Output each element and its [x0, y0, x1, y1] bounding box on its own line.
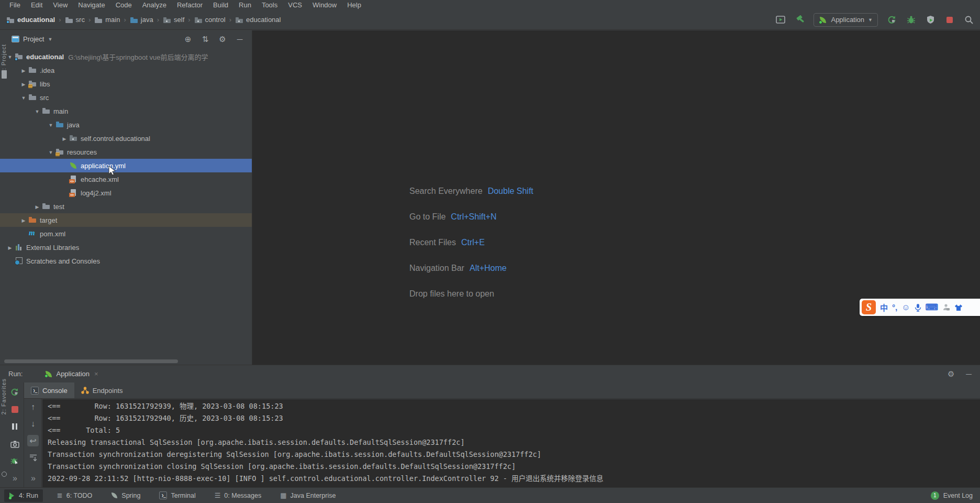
chevron-collapsed-icon[interactable] [19, 81, 28, 87]
menu-window[interactable]: Window [307, 1, 342, 9]
chevron-down-icon[interactable] [48, 37, 52, 42]
tree-item-external-libraries[interactable]: External Libraries [0, 240, 252, 254]
tree-item-libs[interactable]: libs [0, 77, 252, 91]
run-tab-application[interactable]: Application [44, 370, 98, 378]
ime-language-toggle[interactable]: 中 [880, 302, 888, 313]
tree-item-pom-xml[interactable]: pom.xml [0, 227, 252, 240]
menu-file[interactable]: File [4, 1, 26, 9]
sogou-logo-icon[interactable] [862, 300, 876, 314]
close-tab-icon[interactable] [94, 370, 98, 378]
hide-panel-icon[interactable]: ─ [966, 369, 972, 378]
tab-console[interactable]: Console [24, 382, 74, 398]
tree-item-ehcache-xml[interactable]: ehcache.xml [0, 172, 252, 186]
tree-item-resources[interactable]: resources [0, 145, 252, 159]
attach-debugger-icon[interactable] [9, 455, 20, 467]
breadcrumb-item-main[interactable]: main [94, 16, 120, 24]
stop-process-button[interactable] [9, 403, 20, 415]
run-with-coverage-icon[interactable] [925, 14, 936, 26]
tree-item-log4j2-xml[interactable]: log4j2.xml [0, 186, 252, 200]
pause-output-button[interactable] [9, 421, 20, 432]
skin-tshirt-icon[interactable] [954, 304, 963, 311]
menu-navigate[interactable]: Navigate [73, 1, 110, 9]
tool-window-button-project[interactable]: 1: Project [1, 44, 7, 73]
tree-item-scratches[interactable]: Scratches and Consoles [0, 254, 252, 268]
breadcrumb-separator [229, 16, 231, 24]
soft-wrap-toggle[interactable]: ↩ [27, 435, 39, 446]
tree-item-idea[interactable]: .idea [0, 63, 252, 77]
tree-item-test[interactable]: test [0, 200, 252, 213]
rerun-button[interactable] [886, 14, 897, 26]
tool-window-button-favorites[interactable]: 2: Favorites [1, 378, 7, 414]
menu-tools[interactable]: Tools [257, 1, 283, 9]
ime-punctuation-toggle[interactable]: °, [892, 303, 897, 312]
chevron-collapsed-icon[interactable] [19, 217, 28, 223]
chevron-collapsed-icon[interactable] [19, 68, 28, 73]
menu-vcs[interactable]: VCS [283, 1, 307, 9]
hint-recent-files: Recent Files Ctrl+E [409, 229, 533, 255]
tab-endpoints[interactable]: Endpoints [74, 382, 130, 398]
menu-build[interactable]: Build [208, 1, 233, 9]
breadcrumb-item-educational[interactable]: educational [235, 16, 281, 24]
menu-view[interactable]: View [48, 1, 73, 9]
virtual-keyboard-icon[interactable] [926, 302, 939, 313]
breadcrumb-item-src[interactable]: src [65, 16, 85, 24]
chevron-expanded-icon[interactable] [46, 149, 55, 155]
breadcrumb-item-project[interactable]: educational [6, 16, 55, 24]
select-opened-file-icon[interactable]: ⊕ [181, 35, 195, 44]
breadcrumb-item-self[interactable]: self [163, 16, 184, 24]
chevron-expanded-icon[interactable] [19, 95, 28, 101]
tree-item-main[interactable]: main [0, 104, 252, 118]
statusbar-terminal[interactable]: Terminal [154, 489, 200, 502]
chevron-collapsed-icon[interactable] [60, 136, 69, 141]
search-everywhere-icon[interactable] [963, 14, 975, 26]
rerun-application-button[interactable] [9, 386, 20, 398]
project-panel-title[interactable]: Project [23, 35, 44, 43]
more-options-icon[interactable] [27, 473, 39, 484]
scroll-to-end-icon[interactable] [27, 452, 39, 463]
hide-panel-icon[interactable]: ─ [233, 35, 247, 43]
microphone-icon[interactable] [915, 303, 921, 312]
settings-gear-icon[interactable]: ⚙ [216, 35, 229, 44]
statusbar-spring[interactable]: Spring [106, 489, 145, 502]
tree-item-application-yml[interactable]: application.yml [0, 159, 252, 172]
run-panel-header: Run: Application ⚙ ─ [0, 365, 980, 382]
stop-button[interactable] [944, 14, 955, 26]
menu-code[interactable]: Code [110, 1, 137, 9]
horizontal-scrollbar[interactable] [4, 359, 178, 363]
breadcrumb-item-control[interactable]: control [194, 16, 226, 24]
down-stack-trace-icon[interactable]: ↓ [27, 418, 39, 430]
user-wordbank-icon[interactable] [942, 303, 950, 311]
console-output[interactable]: <== Row: 1631521792939, 物理, 2023-03-08 0… [42, 399, 980, 487]
tool-window-icon[interactable] [2, 472, 7, 477]
statusbar-todo[interactable]: ≣ 6: TODO [52, 489, 97, 502]
run-anything-icon[interactable] [775, 14, 786, 26]
menu-run[interactable]: Run [233, 1, 257, 9]
left-tool-window-stripe: 1: Project 2: Favorites [0, 30, 8, 487]
menu-edit[interactable]: Edit [26, 1, 48, 9]
collapse-all-icon[interactable]: ⇅ [198, 35, 212, 44]
chevron-expanded-icon[interactable] [46, 122, 55, 128]
statusbar-messages[interactable]: ☰ 0: Messages [210, 489, 266, 502]
chevron-collapsed-icon[interactable] [32, 204, 42, 210]
menu-analyze[interactable]: Analyze [137, 1, 172, 9]
thread-dump-camera-icon[interactable] [9, 438, 20, 450]
tree-item-src[interactable]: src [0, 91, 252, 104]
debug-button[interactable] [905, 14, 917, 26]
event-log-button[interactable]: Event Log [943, 492, 973, 499]
menu-help[interactable]: Help [342, 1, 366, 9]
settings-gear-icon[interactable]: ⚙ [948, 369, 954, 379]
up-stack-trace-icon[interactable]: ↑ [27, 401, 39, 413]
tree-item-java[interactable]: java [0, 118, 252, 132]
tree-item-package[interactable]: self.control.educational [0, 132, 252, 145]
breadcrumb-item-java[interactable]: java [130, 16, 153, 24]
menu-refactor[interactable]: Refactor [172, 1, 208, 9]
statusbar-java-enterprise[interactable]: ▦ Java Enterprise [275, 489, 340, 502]
build-hammer-icon[interactable] [794, 14, 806, 26]
tree-item-educational-root[interactable]: educational G:\shejiing\基于springboot vue… [0, 50, 252, 63]
statusbar-run[interactable]: 4: Run [4, 489, 43, 502]
more-actions-icon[interactable] [9, 473, 20, 484]
run-configuration-selector[interactable]: Application [814, 13, 878, 27]
chevron-expanded-icon[interactable] [32, 108, 42, 114]
emoji-icon[interactable] [901, 303, 910, 312]
tree-item-target[interactable]: target [0, 213, 252, 227]
